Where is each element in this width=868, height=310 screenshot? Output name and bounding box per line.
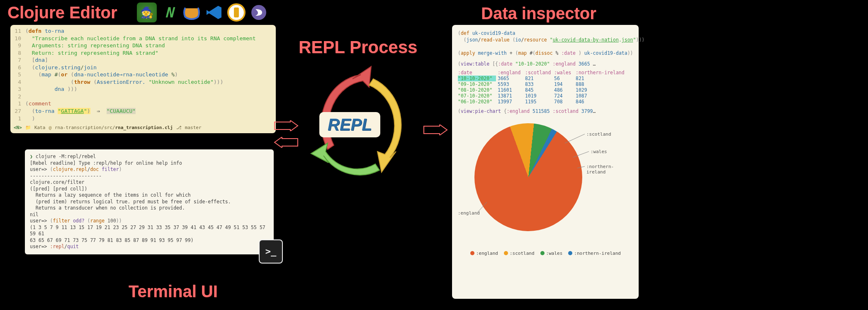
line-number: 8	[10, 49, 25, 57]
line-number: 3	[10, 85, 25, 93]
practicalli-avatar-icon: 🧙	[137, 2, 157, 22]
inspector-def-block: (def uk-covid19-data (json/read-value (i…	[458, 30, 633, 56]
svg-line-5	[577, 166, 585, 168]
title-data-inspector: Data inspector	[481, 4, 596, 23]
editor-panel[interactable]: 11(defn to-rna10 "Transcribe each nucleo…	[10, 25, 276, 133]
table-row: "06-10-2020"139971195708846	[458, 99, 633, 105]
editor-code[interactable]: 11(defn to-rna10 "Transcribe each nucleo…	[10, 27, 276, 122]
editor-project-name: Kata	[34, 125, 46, 130]
line-number: 10	[10, 35, 25, 42]
at-icon: @	[49, 125, 51, 130]
inspector-table: :date :england :scotland :wales :norther…	[458, 70, 633, 105]
emacs-icon	[249, 2, 269, 22]
line-number: 1	[10, 115, 25, 122]
code-line[interactable]: 2	[10, 93, 276, 100]
code-line[interactable]: 6 (clojure.string/join	[10, 64, 276, 71]
terminal-line: (pred item) returns logical true. pred m…	[30, 199, 269, 205]
code-line[interactable]: 4 (throw (AssertionError. "Unknown nucle…	[10, 78, 276, 86]
svg-line-3	[565, 134, 585, 143]
svg-line-4	[573, 151, 589, 157]
line-number: 11	[10, 27, 25, 35]
terminal-line: ([pred] [pred coll])	[30, 186, 269, 193]
table-row: "08-10-2020"116018454861029	[458, 87, 633, 93]
neovim-icon: N	[159, 2, 179, 22]
legend-item: :scotland	[504, 251, 535, 256]
terminal-output[interactable]: ❯ clojure -M:repl/rebel[Rebel readline] …	[30, 154, 269, 250]
inspector-table-columns: :date :england :scotland :wales :norther…	[458, 70, 633, 76]
pie-leader-lines-icon	[458, 119, 632, 235]
terminal-line: Returns a lazy sequence of the items in …	[30, 192, 269, 199]
title-terminal-ui: Terminal UI	[129, 282, 218, 301]
editor-logo-row: 🧙 N	[137, 2, 269, 22]
inspector-pie-header: (view:pie-chart {:england 511585 :scotla…	[458, 108, 633, 115]
line-number: 4	[10, 78, 25, 86]
legend-swatch-icon	[568, 251, 572, 255]
code-line[interactable]: 1 )	[10, 115, 276, 122]
line-number: 5	[10, 71, 25, 78]
inspector-table-header: (view:table [{:date "10-10-2020" :englan…	[458, 61, 633, 67]
terminal-line: user=> (clojure.repl/doc filter)	[30, 166, 269, 173]
code-line[interactable]: 1(comment	[10, 100, 276, 107]
git-branch-name: master	[185, 125, 202, 130]
code-line[interactable]: 5 (map #(or (dna-nucleotide→rna-nucleoti…	[10, 71, 276, 78]
terminal-line: Returns a transducer when no collection …	[30, 205, 269, 212]
flow-arrow-repl-to-inspector-icon	[423, 124, 448, 135]
calva-icon	[182, 2, 202, 22]
line-number: 2	[10, 93, 25, 100]
svg-rect-1	[234, 7, 239, 17]
repl-badge: REPL	[319, 112, 380, 137]
code-line[interactable]: 7 [dna]	[10, 56, 276, 64]
terminal-line: 63 65 67 69 71 73 75 77 79 81 83 85 87 8…	[30, 237, 269, 244]
editor-status-bar: <N> 📁 Kata @ rna-transcription/src/rna_t…	[10, 124, 276, 132]
terminal-line: -------------------------	[30, 173, 269, 180]
legend-item: :northern-ireland	[568, 251, 621, 256]
line-number: 27	[10, 107, 25, 115]
folder-icon: 📁	[25, 125, 31, 130]
terminal-panel[interactable]: ❯ clojure -M:repl/rebel[Rebel readline] …	[25, 149, 274, 254]
line-number: 9	[10, 42, 25, 49]
code-line[interactable]: 10 "Transcribe each nucleotide from a DN…	[10, 35, 276, 42]
cycle-arrow-green-icon	[311, 143, 379, 175]
git-branch-icon: ⎇	[176, 125, 182, 130]
repl-cycle-diagram: REPL	[299, 58, 415, 191]
terminal-line: user=> :repl/quit	[30, 244, 269, 250]
editor-file-path: rna-transcription/src/rna_transcription.…	[55, 125, 173, 130]
inspector-code-line	[458, 43, 633, 50]
legend-swatch-icon	[470, 251, 474, 255]
terminal-line: user=> (filter odd? (range 100))	[30, 218, 269, 225]
inspector-panel[interactable]: (def uk-covid19-data (json/read-value (i…	[452, 25, 639, 299]
code-line[interactable]: 9 Arguments: string representing DNA str…	[10, 42, 276, 49]
terminal-line: clojure.core/filter	[30, 179, 269, 186]
code-line[interactable]: 11(defn to-rna	[10, 27, 276, 35]
code-line[interactable]: 27 (to-rna "GATTAGA") ⇒ "CUAAUCU"	[10, 107, 276, 115]
inspector-code-line: (def uk-covid19-data	[458, 30, 633, 37]
table-row: "09-10-2020"5593833194888	[458, 81, 633, 87]
pie-legend: :england:scotland:wales:northern-ireland	[470, 251, 621, 256]
title-repl-process: REPL Process	[299, 37, 417, 57]
flow-arrow-repl-to-editor-icon	[274, 137, 299, 148]
code-line[interactable]: 8 Return: string representing RNA strand…	[10, 49, 276, 57]
legend-item: :england	[470, 251, 498, 256]
line-number: 1	[10, 100, 25, 107]
terminal-line: nil	[30, 212, 269, 218]
inspector-code-line: (json/read-value (io/resource "uk-covid-…	[458, 37, 633, 43]
vscode-icon	[204, 2, 224, 22]
legend-item: :wales	[540, 251, 563, 256]
table-row: "10-10-2020"366582156821	[458, 76, 633, 81]
clj-icon	[226, 2, 246, 22]
inspector-pie-chart: :scotland :wales :northern-ireland :engl…	[458, 119, 633, 256]
code-line[interactable]: 3 dna )))	[10, 85, 276, 93]
legend-swatch-icon	[540, 251, 545, 255]
legend-swatch-icon	[504, 251, 508, 255]
editor-mode-indicator: <N>	[14, 125, 22, 130]
terminal-line: [Rebel readline] Type :repl/help for onl…	[30, 160, 269, 167]
terminal-line: ❯ clojure -M:repl/rebel	[30, 154, 269, 160]
flow-arrow-editor-to-repl-icon	[274, 120, 299, 131]
svg-line-6	[478, 202, 487, 212]
title-clojure-editor: Clojure Editor	[7, 3, 117, 22]
line-number: 6	[10, 64, 25, 71]
terminal-line: (1 3 5 7 9 11 13 15 17 19 21 23 25 27 29…	[30, 225, 269, 237]
terminal-app-icon: >_	[259, 239, 283, 264]
line-number: 7	[10, 56, 25, 64]
table-row: "07-10-2020"1387110197241087	[458, 93, 633, 99]
